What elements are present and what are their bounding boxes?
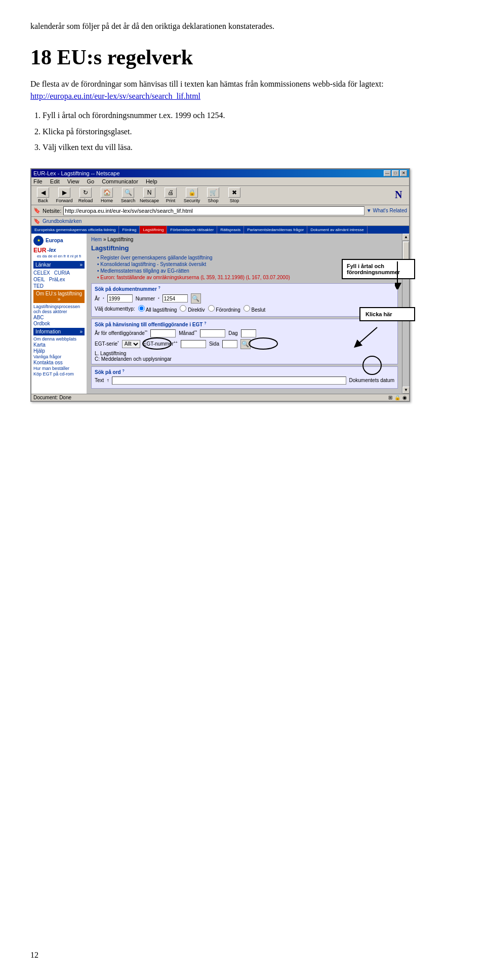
nav-lagstiftning[interactable]: Lagstiftning [140, 226, 167, 234]
search-magnify-button[interactable]: 🔍 [191, 293, 201, 304]
netscape-button[interactable]: N Netscape [140, 187, 159, 203]
eur-lex-link[interactable]: http://europa.eu.int/eur-lex/sv/search/s… [30, 92, 200, 100]
sidebar-eu-box[interactable]: Om EU:s lagstiftning » [33, 290, 85, 303]
menu-go[interactable]: Go [87, 178, 95, 184]
egt-day-input[interactable] [241, 329, 256, 337]
reload-button[interactable]: ↻ Reload [76, 187, 95, 203]
sidebar-links-header[interactable]: Länkar » [33, 261, 85, 269]
scroll-up-button[interactable]: ▲ [402, 234, 410, 241]
radio-all: All lagstiftning [138, 305, 177, 313]
year-number-row: År * Nummer * 🔍 [95, 293, 394, 304]
nav-forberedande[interactable]: Förberedande rättsakter [167, 226, 217, 234]
browser-wrapper: EUR-Lex - Lagstiftning -- Netscape — □ ✕… [30, 160, 410, 402]
nav-official-journal[interactable]: Europeiska gemenskapernas officiella tid… [31, 226, 119, 234]
egt-number-label: EGT-nummer++ [143, 341, 178, 347]
print-icon: 🖨 [165, 187, 177, 198]
page-input[interactable] [222, 340, 237, 348]
sidebar-links-label: Länkar [35, 262, 51, 268]
sidebar-curia[interactable]: CURIA [54, 270, 70, 276]
breadcrumb-current: Lagstiftning [107, 237, 133, 242]
nav-dokument[interactable]: Dokument av allmänt intresse [307, 226, 367, 234]
sidebar-ted[interactable]: TED [33, 283, 85, 289]
shop-icon: 🛒 [207, 187, 219, 198]
number-input[interactable] [163, 294, 188, 303]
home-button[interactable]: 🏠 Home [97, 187, 116, 203]
intro-text: kalenderår som följer på det år då den o… [30, 20, 456, 32]
whats-related[interactable]: ▼ What's Related [367, 208, 407, 213]
lex-logo: -lex [47, 247, 56, 253]
sidebar-vanliga[interactable]: Vanliga frågor [33, 354, 85, 359]
text-input[interactable] [112, 376, 346, 385]
text-search-row: Text † Dokumentets datum [95, 376, 394, 385]
main-page-content: Hem » Lagstiftning Lagstiftning • Regist… [87, 234, 402, 394]
sidebar-kop[interactable]: Köp EGT på cd-rom [33, 371, 85, 376]
text-label: Text [95, 378, 104, 383]
sidebar-hjalp[interactable]: Hjälp [33, 348, 85, 354]
netscape-icon: N [143, 187, 155, 198]
sidebar-links-list: CELEX CURIA OEIL PräLex TED [33, 270, 85, 289]
breadcrumb-home[interactable]: Hem [91, 237, 102, 242]
steps-list: Fyll i årtal och förordningsnummer t.ex.… [43, 108, 456, 154]
minimize-button[interactable]: — [384, 170, 391, 176]
close-button[interactable]: ✕ [400, 170, 407, 176]
shop-button[interactable]: 🛒 Shop [204, 187, 223, 203]
sidebar-abc[interactable]: ABC [33, 315, 85, 320]
egt-series-row: EGT-serie* Allt EGT-nummer++ Sida � [95, 339, 394, 349]
content-area: ★ Europa EUR -lex es da de el en fr it n… [31, 234, 409, 394]
menu-communicator[interactable]: Communicator [102, 178, 138, 184]
nav-rattspraxis[interactable]: Rättspraxis [217, 226, 244, 234]
legislation-c: C: Meddelanden och upplysningar [95, 356, 394, 362]
sidebar-links-arrow: » [79, 262, 83, 268]
egt-search-button[interactable]: 🔍 [240, 339, 251, 349]
text-search-title: Sök på ord ? [95, 369, 394, 375]
step-1: Fyll i årtal och förordningsnummer t.ex.… [43, 108, 456, 122]
sidebar-ordbok[interactable]: Ordbok [33, 321, 85, 326]
sidebar-info-label: Information [35, 329, 61, 334]
nav-parlaments[interactable]: Parlamentsledamöternas frågor [244, 226, 307, 234]
left-sidebar: ★ Europa EUR -lex es da de el en fr it n… [31, 234, 87, 394]
print-button[interactable]: 🖨 Print [161, 187, 180, 203]
step-2: Klicka på förstoringsglaset. [43, 125, 456, 138]
sidebar-process[interactable]: Lagstiftningsprocessen och dess aktörer [33, 304, 85, 314]
sidebar-celex[interactable]: CELEX [33, 270, 50, 276]
egt-month-input[interactable] [200, 329, 225, 337]
sidebar-om[interactable]: Om denna webbplats [33, 336, 85, 342]
egt-year-label: År för offentliggörande** [95, 330, 147, 336]
grundbokmarken[interactable]: Grundbokmärken [43, 218, 82, 224]
doctype-row: Välj dokumenttyp: All lagstiftning Direk… [95, 305, 394, 313]
status-icon-1: ⊞ [388, 395, 392, 400]
browser-menubar: File Edit View Go Communicator Help [31, 177, 409, 186]
number-label: Nummer [136, 296, 155, 301]
address-input[interactable] [63, 206, 364, 215]
status-icon-3: ◉ [402, 395, 407, 400]
year-label: År [95, 296, 100, 301]
sidebar-oeil[interactable]: OEIL [33, 277, 45, 282]
date-label: Dokumentets datum [349, 378, 395, 383]
sidebar-kontakta[interactable]: Kontakta oss [33, 360, 85, 365]
menu-file[interactable]: File [33, 178, 43, 184]
year-input[interactable] [107, 294, 133, 303]
forward-button[interactable]: ▶ Forward [55, 187, 74, 203]
menu-view[interactable]: View [67, 178, 79, 184]
egt-year-input[interactable] [150, 329, 176, 337]
radio-forordning: Förordning [208, 305, 240, 313]
security-button[interactable]: 🔒 Security [182, 187, 201, 203]
top-nav-bar: Europeiska gemenskapernas officiella tid… [31, 226, 409, 234]
sidebar-pralex[interactable]: PräLex [49, 277, 65, 282]
scroll-down-button[interactable]: ▼ [402, 387, 410, 394]
status-text: Document: Done [33, 395, 71, 400]
browser-statusbar: Document: Done ⊞ 🔒 ◉ [31, 394, 409, 401]
egt-title: Sök på hänvisning till offentliggörande … [95, 321, 394, 327]
sidebar-karta[interactable]: Karta [33, 342, 85, 348]
egt-number-input[interactable] [181, 340, 206, 348]
search-button[interactable]: 🔍 Search [118, 187, 138, 203]
maximize-button[interactable]: □ [392, 170, 399, 176]
back-button[interactable]: ◀ Back [33, 187, 53, 203]
stop-button[interactable]: ✖ Stop [225, 187, 244, 203]
nav-fordrag[interactable]: Fördrag [119, 226, 140, 234]
egt-series-select[interactable]: Allt [122, 340, 140, 348]
menu-edit[interactable]: Edit [50, 178, 60, 184]
sidebar-hur[interactable]: Hur man beställer [33, 366, 85, 371]
menu-help[interactable]: Help [146, 178, 157, 184]
sidebar-info-header[interactable]: Information » [33, 328, 85, 335]
